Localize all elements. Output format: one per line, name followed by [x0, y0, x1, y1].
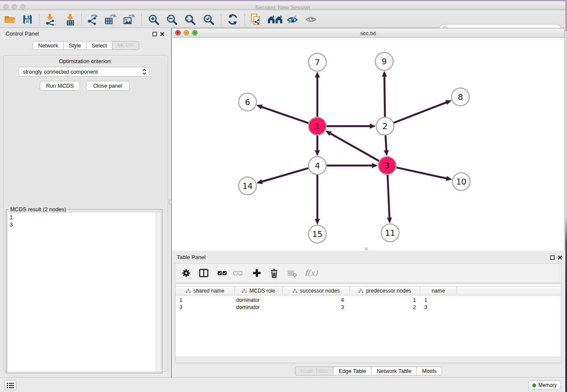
column-label: successor nodes	[300, 288, 340, 294]
cell-shared-name: 3	[176, 304, 235, 311]
graph-edge-4-14[interactable]	[261, 168, 308, 182]
network-graph[interactable]: 7968124314101511	[172, 38, 564, 251]
graph-node-label-3: 3	[385, 161, 390, 170]
cell-mcds-role: dominator	[235, 304, 283, 311]
column-header-mcds-role[interactable]: MCDS role	[235, 287, 283, 295]
hide-selected-button[interactable]	[286, 13, 299, 26]
zoom-in-icon	[148, 14, 160, 25]
houses-icon	[267, 14, 283, 25]
tab-edge-table[interactable]: Edge Table	[333, 367, 372, 375]
delete-columns-button[interactable]	[270, 268, 279, 278]
export-network-button[interactable]	[86, 13, 99, 26]
mcds-result-groupbox: MCDS result (2 nodes) 1 3	[6, 209, 162, 373]
delete-table-icon	[288, 269, 297, 278]
optimization-criterion-label: Optimization criterion:	[0, 58, 171, 64]
control-panel: Control Panel Network Style Select MCDS …	[0, 28, 171, 377]
run-mcds-button[interactable]: Run MCDS	[40, 81, 80, 91]
import-table-button[interactable]	[64, 13, 77, 26]
show-all-button[interactable]	[305, 13, 317, 26]
graph-edge-3-10[interactable]	[396, 168, 447, 179]
toolbar-separator	[39, 14, 39, 25]
tab-select[interactable]: Select	[86, 41, 113, 50]
close-panel-button[interactable]	[160, 31, 165, 36]
eye-icon	[305, 14, 317, 25]
deselect-all-columns-button[interactable]	[233, 268, 242, 278]
network-window: ✕ − + scc.txt 7968124314101511	[171, 28, 565, 251]
column-header-successor-nodes[interactable]: successor nodes	[283, 287, 350, 295]
list-icon	[7, 382, 14, 389]
zoom-fit-icon	[184, 14, 196, 25]
graph-edge-3-1[interactable]	[330, 133, 379, 161]
tab-mcds[interactable]: MCDS	[112, 41, 139, 50]
stepper-arrows-icon	[142, 69, 146, 75]
duplicate-network-button[interactable]	[249, 13, 262, 26]
zoom-in-button[interactable]	[147, 13, 160, 26]
cell-mcds-role: dominator	[235, 297, 283, 304]
tab-style[interactable]: Style	[63, 41, 87, 50]
checked-boxes-icon	[217, 268, 227, 278]
open-folder-icon	[4, 14, 16, 25]
mcds-result-textarea[interactable]: 1 3	[7, 212, 161, 372]
import-network-button[interactable]	[44, 13, 56, 26]
graph-node-label-15: 15	[312, 229, 322, 239]
graph-edge-2-8[interactable]	[394, 102, 447, 123]
split-panel-icon	[199, 268, 209, 278]
trash-icon	[270, 268, 279, 278]
network-canvas[interactable]: 7968124314101511	[172, 38, 564, 251]
cell-successor-nodes: 3	[283, 304, 350, 311]
close-icon	[558, 255, 562, 260]
save-session-button[interactable]	[21, 13, 34, 26]
tab-network[interactable]: Network	[33, 41, 64, 50]
cell-successor-nodes: 4	[283, 297, 350, 304]
network-window-titlebar[interactable]: ✕ − + scc.txt	[172, 28, 564, 38]
table-tabs: Node Table Edge Table Network Table Moti…	[172, 367, 565, 375]
toolbar-separator	[141, 14, 142, 25]
canvas-resize-grip[interactable]	[365, 248, 368, 250]
table-close-button[interactable]	[557, 255, 562, 260]
cell-name: 3	[420, 304, 457, 311]
zoom-out-icon	[166, 14, 178, 25]
memory-button[interactable]: Memory	[528, 381, 561, 390]
task-history-button[interactable]	[4, 380, 17, 390]
apply-preferred-layout-button[interactable]	[226, 13, 239, 26]
graph-node-label-14: 14	[242, 181, 253, 190]
criterion-select[interactable]: strongly connected component	[19, 67, 149, 77]
unchecked-boxes-icon	[233, 268, 242, 278]
column-header-name[interactable]: name	[420, 287, 457, 295]
export-table-icon	[104, 14, 117, 25]
column-header-shared-name[interactable]: shared name	[176, 287, 235, 295]
tab-node-table[interactable]: Node Table	[295, 367, 334, 375]
add-column-button[interactable]	[252, 268, 261, 278]
split-panel-button[interactable]	[199, 268, 209, 278]
export-table-button[interactable]	[104, 13, 117, 26]
control-panel-title: Control Panel	[6, 30, 39, 37]
graph-edge-2-3[interactable]	[385, 135, 386, 151]
result-scrollbar[interactable]	[156, 213, 161, 372]
open-file-button[interactable]	[3, 13, 16, 26]
zoom-fit-button[interactable]	[184, 13, 196, 26]
mcds-result-title: MCDS result (2 nodes)	[8, 206, 68, 213]
zoom-out-button[interactable]	[165, 13, 178, 26]
gear-icon	[182, 268, 191, 278]
table-row[interactable]: 1 dominator 4 1 1	[176, 297, 561, 304]
table-settings-button[interactable]	[182, 268, 191, 278]
zoom-selected-button[interactable]	[202, 13, 215, 26]
tab-network-table[interactable]: Network Table	[371, 367, 417, 375]
graph-edge-1-6[interactable]	[261, 107, 308, 123]
tab-motifs[interactable]: Motifs	[416, 367, 442, 375]
column-header-predecessor-nodes[interactable]: predecessor nodes	[350, 287, 420, 295]
graph-node-label-11: 11	[385, 228, 395, 237]
table-horizontal-scrollbar[interactable]	[176, 357, 561, 363]
zoom-selected-icon	[203, 14, 215, 25]
home-button[interactable]	[267, 13, 284, 26]
close-panel-action-button[interactable]: Close panel	[86, 81, 129, 91]
float-panel-button[interactable]	[152, 31, 157, 36]
control-panel-tabs: Network Style Select MCDS	[33, 41, 139, 50]
graph-edge-2-9[interactable]	[384, 76, 385, 117]
cell-predecessor-nodes: 1	[350, 297, 420, 304]
table-float-button[interactable]	[550, 255, 555, 260]
graph-edge-3-11[interactable]	[388, 175, 390, 218]
select-all-columns-button[interactable]	[217, 268, 227, 278]
table-row[interactable]: 3 dominator 3 2 3	[176, 304, 561, 311]
export-image-button[interactable]	[123, 13, 135, 26]
